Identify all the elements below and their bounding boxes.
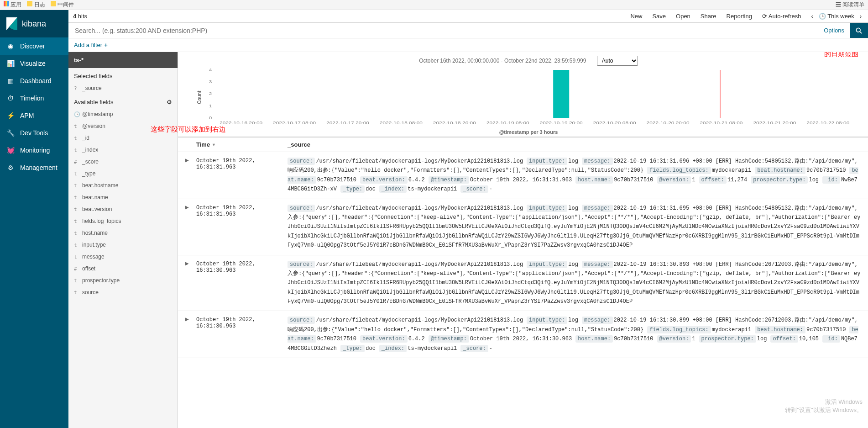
field-beat-hostname[interactable]: tbeat.hostname [68,180,178,191]
field-value: 6.4.2 [408,177,425,183]
svg-text:2022-10-20 20:00: 2022-10-20 20:00 [647,120,690,125]
filter-bar: Add a filter + [68,38,868,52]
svg-text:2022-10-17 08:00: 2022-10-17 08:00 [273,120,316,125]
fields-settings-icon[interactable]: ⚙ [167,99,172,106]
kibana-logo[interactable]: kibana [0,10,68,37]
field-fields-log_topics[interactable]: tfields.log_topics [68,215,178,227]
doc-row: ▶October 19th 2022, 16:31:30.963source:/… [178,255,868,312]
bookmark-middleware[interactable]: 中间件 [51,1,74,9]
svg-text:2022-10-17 20:00: 2022-10-17 20:00 [326,120,369,125]
nav-discover[interactable]: ◉Discover [0,37,68,55]
field-offset[interactable]: #offset [68,263,178,275]
field-_index[interactable]: t_index [68,144,178,156]
svg-text:3: 3 [209,79,212,84]
field-beat-version[interactable]: tbeat.version [68,203,178,215]
svg-text:2022-10-21 20:00: 2022-10-21 20:00 [753,120,796,125]
field-value: log [568,205,578,211]
svg-text:2022-10-19 08:00: 2022-10-19 08:00 [486,120,529,125]
doc-row: ▶October 19th 2022, 16:31:31.963source:/… [178,152,868,199]
field-label: source: [288,205,315,212]
field-type-icon: t [74,290,78,296]
nav-dev-tools[interactable]: 🔧Dev Tools [0,124,68,142]
field-label: beat.hostname: [755,326,805,333]
search-input[interactable] [68,23,818,38]
histogram-chart[interactable]: Count012342022-10-16 20:002022-10-17 08:… [196,68,861,127]
field-type-icon: ? [74,85,78,91]
svg-text:2022-10-16 20:00: 2022-10-16 20:00 [220,120,262,125]
field-host-name[interactable]: thost.name [68,227,178,239]
reporting-button[interactable]: Reporting [727,13,752,20]
save-button[interactable]: Save [652,13,666,20]
field-value: log [568,158,578,164]
sidebar: kibana ◉Discover📊Visualize▦Dashboard⏱Tim… [0,10,68,428]
field-value: log [568,261,578,268]
field-type-icon: t [74,254,78,260]
field-value: 6.4.2 [408,336,425,342]
field-label: fields.log_topics: [647,326,711,333]
monitoring-icon: 💓 [6,146,15,154]
chart-interval-select[interactable]: Auto [597,56,638,66]
field-value: /usr/share/filebeat/mydockerapi1-logs/My… [316,261,523,268]
time-range-picker[interactable]: 🕒 This week [819,13,854,20]
column-time-header[interactable]: Time ▼ [196,141,288,148]
field-label: beat.version: [360,335,408,343]
field-_id[interactable]: t_id [68,132,178,144]
field-message[interactable]: tmessage [68,251,178,263]
field-value: /usr/share/filebeat/mydockerapi1-logs/My… [316,317,523,323]
share-button[interactable]: Share [701,13,716,20]
svg-text:Count: Count [196,90,202,104]
discover-icon: ◉ [6,42,15,50]
index-pattern-selector[interactable]: ts-* ◀ [68,52,178,68]
bookmark-logs[interactable]: 日志 [27,1,45,9]
nav-timelion[interactable]: ⏱Timelion [0,90,68,107]
field-input-type[interactable]: tinput.type [68,239,178,251]
field-value: 9c70b7317510 [806,327,846,333]
field--version[interactable]: t@version [68,120,178,132]
field-beat-name[interactable]: tbeat.name [68,191,178,203]
nav-visualize[interactable]: 📊Visualize [0,55,68,72]
open-button[interactable]: Open [676,13,690,20]
svg-text:2022-10-20 08:00: 2022-10-20 08:00 [593,120,636,125]
expand-doc-button[interactable]: ▶ [185,316,196,353]
field-_score[interactable]: #_score [68,156,178,168]
search-options-button[interactable]: Options [818,23,850,38]
field-value: 9c70b7317510 [614,336,653,342]
auto-refresh-button[interactable]: ⟳ Auto-refresh [762,13,801,20]
field-label: message: [582,205,613,212]
field-_source[interactable]: ?_source [68,82,178,94]
search-submit-button[interactable] [850,23,868,38]
new-button[interactable]: New [630,13,642,20]
field-type-icon: t [74,218,78,224]
nav-management[interactable]: ⚙Management [0,159,68,176]
nav-monitoring[interactable]: 💓Monitoring [0,142,68,159]
field-type-icon: t [74,135,78,141]
time-prev-button[interactable]: ‹ [809,13,815,20]
apps-shortcut[interactable]: 应用 [4,1,21,9]
svg-text:2022-10-18 20:00: 2022-10-18 20:00 [433,120,476,125]
chart-x-axis-label: @timestamp per 3 hours [196,129,861,135]
reading-list[interactable]: ☰ 阅读清单 [836,1,864,9]
nav-dashboard[interactable]: ▦Dashboard [0,72,68,90]
svg-rect-15 [553,70,569,118]
field--timestamp[interactable]: 🕒@timestamp [68,108,178,120]
add-filter-button[interactable]: Add a filter + [74,42,108,48]
expand-doc-button[interactable]: ▶ [185,260,196,306]
search-bar: Options [68,23,868,38]
nav-apm[interactable]: ⚡APM [0,107,68,124]
field-label: input.type: [527,317,567,324]
expand-doc-button[interactable]: ▶ [185,157,196,194]
doc-source: source:/usr/share/filebeat/mydockerapi1-… [288,157,861,194]
selected-fields-heading: Selected fields [68,68,178,82]
field-source[interactable]: tsource [68,286,178,298]
expand-doc-button[interactable]: ▶ [185,204,196,250]
field-value: /usr/share/filebeat/mydockerapi1-logs/My… [316,158,523,164]
field-prospector-type[interactable]: tprospector.type [68,275,178,286]
time-next-button[interactable]: › [858,13,863,20]
search-icon [856,27,862,34]
column-source-header[interactable]: _source [288,141,310,148]
field-value: mydockerapi1 [712,327,751,333]
field-type-icon: t [74,230,78,236]
svg-text:2022-10-19 20:00: 2022-10-19 20:00 [540,120,583,125]
field-label: _score: [460,185,488,193]
field-_type[interactable]: t_type [68,168,178,180]
